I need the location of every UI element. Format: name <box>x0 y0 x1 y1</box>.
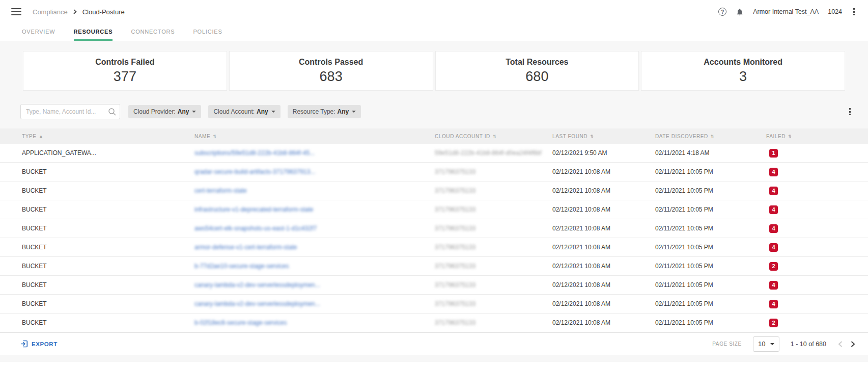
cell-last-found: 02/12/2021 10:08 AM <box>552 281 655 289</box>
cell-failed: 4 <box>766 168 868 176</box>
sort-icon[interactable]: ▲ <box>39 134 44 139</box>
cell-type: BUCKET <box>22 319 194 326</box>
table-row: APPLICATION_GATEWA... subscriptions/59e5… <box>0 144 868 163</box>
table-footer: EXPORT PAGE SIZE 10 1 - 10 of 680 <box>0 332 868 355</box>
column-header-label: CLOUD ACCOUNT ID <box>435 134 490 139</box>
cell-date-discovered: 02/11/2021 10:05 PM <box>655 187 766 194</box>
cell-type: BUCKET <box>22 168 194 175</box>
page-size-value: 10 <box>758 340 765 348</box>
export-icon <box>20 340 28 348</box>
cell-failed: 2 <box>766 319 868 327</box>
help-icon[interactable]: ? <box>718 8 726 16</box>
stat-label: Accounts Monitored <box>704 58 782 67</box>
filter-chip[interactable]: Resource Type: Any <box>288 105 361 118</box>
cell-date-discovered: 02/11/2021 4:18 AM <box>655 149 766 157</box>
cell-failed: 4 <box>766 205 868 214</box>
cell-cloud-account-id: 371796375133 <box>435 244 552 251</box>
column-header[interactable]: CLOUD ACCOUNT ID ⇅ <box>435 134 552 139</box>
cell-date-discovered: 02/11/2021 10:05 PM <box>655 281 766 289</box>
breadcrumb: Compliance Cloud-Posture <box>33 8 125 16</box>
tab[interactable]: POLICIES <box>193 29 222 41</box>
bell-icon[interactable] <box>736 8 744 16</box>
filter-chip-label: Cloud Account: <box>213 108 255 115</box>
tab[interactable]: OVERVIEW <box>22 29 55 41</box>
column-header[interactable]: TYPE ▲ <box>22 134 194 139</box>
stat-value: 680 <box>525 69 548 85</box>
search-icon[interactable] <box>108 108 116 116</box>
stats-cards: Controls Failed 377 Controls Passed 683 … <box>23 51 845 91</box>
cell-type: BUCKET <box>22 244 194 251</box>
cell-last-found: 02/12/2021 10:08 AM <box>552 168 655 175</box>
sort-icon[interactable]: ⇅ <box>711 134 714 139</box>
sort-icon[interactable]: ⇅ <box>590 134 594 139</box>
table-row: BUCKET infrastructure-v1-deprecated-terr… <box>0 200 868 219</box>
stat-card: Controls Passed 683 <box>229 51 433 91</box>
failed-count-badge: 4 <box>769 205 778 214</box>
chevron-down-icon <box>192 111 196 113</box>
cell-name-link[interactable]: infrastructure-v1-deprecated-terraform-s… <box>194 206 435 213</box>
cell-type: APPLICATION_GATEWA... <box>22 149 194 157</box>
table-row: BUCKET aws54cert-elk-snapshots-us-east-1… <box>0 219 868 238</box>
stat-card: Accounts Monitored 3 <box>641 51 845 91</box>
next-page-icon[interactable] <box>850 341 856 348</box>
sort-icon[interactable]: ⇅ <box>213 134 216 139</box>
cell-name-link[interactable]: canary-lambda-v2-dev-serverlessdeploymen… <box>194 300 435 307</box>
stat-label: Controls Passed <box>299 58 363 67</box>
pagination-range: 1 - 10 of 680 <box>791 341 826 348</box>
tab[interactable]: RESOURCES <box>74 29 113 41</box>
cell-name-link[interactable]: qradar-secure-build-artifacts-3717963791… <box>194 168 435 175</box>
cell-type: BUCKET <box>22 281 194 289</box>
cell-date-discovered: 02/11/2021 10:05 PM <box>655 225 766 232</box>
column-header-label: LAST FOUND <box>552 134 587 139</box>
cell-failed: 4 <box>766 224 868 233</box>
more-options-icon[interactable] <box>851 7 857 16</box>
cell-name-link[interactable]: canary-lambda-v2-dev-serverlessdeploymen… <box>194 281 435 289</box>
table-row: BUCKET cert-terraform-state 371796375133… <box>0 181 868 200</box>
previous-page-icon[interactable] <box>837 341 843 348</box>
breadcrumb-current: Cloud-Posture <box>82 8 125 16</box>
cell-name-link[interactable]: aws54cert-elk-snapshots-us-east-1-d1c432… <box>194 225 435 232</box>
cell-name-link[interactable]: b-77d2ae10-secure-stage-services <box>194 263 435 270</box>
cell-name-link[interactable]: cert-terraform-state <box>194 187 435 194</box>
column-header[interactable]: DATE DISCOVERED ⇅ <box>655 134 766 139</box>
cell-cloud-account-id: 371796375133 <box>435 206 552 213</box>
column-header[interactable]: NAME ⇅ <box>194 134 435 139</box>
failed-count-badge: 4 <box>769 281 778 290</box>
cell-cloud-account-id: 371796375133 <box>435 319 552 326</box>
tab[interactable]: CONNECTORS <box>131 29 175 41</box>
sort-icon[interactable]: ⇅ <box>493 134 496 139</box>
failed-count-badge: 4 <box>769 168 778 176</box>
chevron-right-icon <box>73 9 77 14</box>
failed-count-badge: 4 <box>769 187 778 195</box>
cell-failed: 4 <box>766 187 868 195</box>
column-header-label: DATE DISCOVERED <box>655 134 708 139</box>
account-name[interactable]: Armor Internal Test_AA <box>753 8 819 15</box>
table-row: BUCKET canary-lambda-v2-dev-serverlessde… <box>0 276 868 295</box>
top-bar: Compliance Cloud-Posture ? Armor Interna… <box>0 0 868 23</box>
sort-icon[interactable]: ⇅ <box>788 134 792 139</box>
cell-name-link[interactable]: armor-defense-v1-cert-terraform-state <box>194 244 435 251</box>
cell-date-discovered: 02/11/2021 10:05 PM <box>655 319 766 326</box>
filter-chip[interactable]: Cloud Account: Any <box>208 105 280 118</box>
cell-type: BUCKET <box>22 187 194 194</box>
cell-name-link[interactable]: b-02f18ec6-secure-stage-services <box>194 319 435 326</box>
table-options-icon[interactable] <box>847 107 853 116</box>
chevron-down-icon <box>352 111 356 113</box>
breadcrumb-parent[interactable]: Compliance <box>33 8 68 16</box>
failed-count-badge: 1 <box>769 149 778 158</box>
table-row: BUCKET qradar-secure-build-artifacts-371… <box>0 163 868 181</box>
account-number: 1024 <box>828 8 842 15</box>
menu-icon[interactable] <box>11 6 21 17</box>
search-input[interactable] <box>20 104 120 119</box>
cell-date-discovered: 02/11/2021 10:05 PM <box>655 168 766 175</box>
cell-name-link[interactable]: subscriptions/59e51d8-222b-41b8-864f-45.… <box>194 149 435 157</box>
export-button[interactable]: EXPORT <box>20 340 58 348</box>
filter-chips: Cloud Provider: Any Cloud Account: Any R… <box>128 105 361 118</box>
table-row: BUCKET armor-defense-v1-cert-terraform-s… <box>0 238 868 257</box>
column-header[interactable]: LAST FOUND ⇅ <box>552 134 655 139</box>
column-header[interactable]: FAILED ⇅ <box>766 134 868 139</box>
page-size-label: PAGE SIZE <box>712 341 741 347</box>
page-size-select[interactable]: 10 <box>753 336 779 352</box>
filter-chip[interactable]: Cloud Provider: Any <box>128 105 201 118</box>
chevron-down-icon <box>271 111 275 113</box>
